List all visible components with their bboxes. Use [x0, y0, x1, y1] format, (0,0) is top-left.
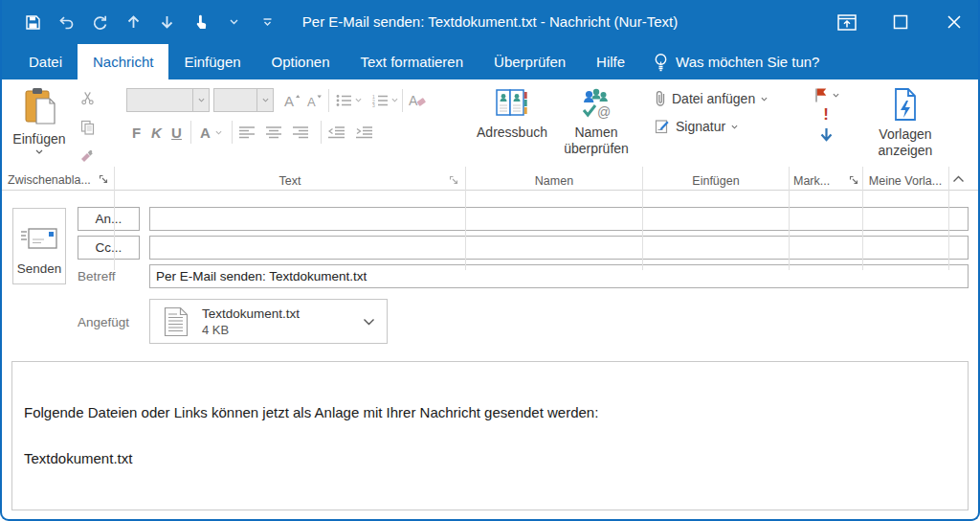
show-templates-label: Vorlagen anzeigen: [867, 126, 944, 159]
svg-text:A: A: [284, 93, 294, 108]
send-envelope-icon: [20, 227, 58, 252]
text-dialog-launcher-icon[interactable]: [448, 174, 460, 187]
tab-text-formatieren[interactable]: Text formatieren: [345, 44, 479, 79]
italic-button: K: [146, 125, 167, 141]
signature-button[interactable]: Signatur: [655, 115, 789, 138]
text-group-label: Text: [115, 174, 465, 188]
high-importance-button[interactable]: !: [823, 106, 829, 124]
cut-icon: [80, 91, 95, 105]
attachment-options-chevron-icon[interactable]: [363, 318, 375, 326]
touch-mode-icon[interactable]: [190, 12, 210, 32]
send-label: Senden: [17, 261, 62, 276]
address-book-icon: [495, 87, 529, 120]
ribbon-tab-bar: Datei Nachricht Einfügen Optionen Text f…: [0, 44, 980, 79]
titlebar: Per E-Mail senden: Textdokument.txt - Na…: [0, 0, 980, 44]
tab-hilfe[interactable]: Hilfe: [581, 44, 640, 79]
include-group-label: Einfügen: [643, 174, 789, 188]
group-templates: Vorlagen anzeigen Meine Vorla...: [863, 79, 947, 191]
check-names-label: Namen überprüfen: [555, 125, 637, 157]
body-line-2: Textdokument.txt: [24, 450, 954, 467]
close-icon[interactable]: [944, 11, 965, 33]
tab-optionen[interactable]: Optionen: [256, 44, 345, 79]
move-up-icon[interactable]: [123, 12, 143, 32]
chevron-down-icon: [731, 125, 738, 129]
group-names: Adressbuch @ Namen überprüfen Namen: [466, 79, 642, 191]
collapse-ribbon-icon[interactable]: [952, 175, 965, 183]
send-button[interactable]: Senden: [12, 208, 66, 284]
body-line-1: Folgende Dateien oder Links können jetzt…: [24, 404, 954, 421]
message-body[interactable]: Folgende Dateien oder Links können jetzt…: [11, 361, 969, 510]
window-title: Per E-Mail senden: Textdokument.txt - Na…: [302, 0, 678, 44]
lightbulb-icon: [654, 53, 668, 72]
font-color-button: A: [195, 125, 215, 141]
chevron-down-icon[interactable]: [224, 12, 243, 32]
low-importance-button[interactable]: [820, 127, 833, 143]
save-icon[interactable]: [23, 12, 42, 32]
clipboard-dialog-launcher-icon[interactable]: [98, 173, 110, 186]
redo-icon[interactable]: [90, 12, 109, 32]
chevron-down-icon: [35, 149, 43, 154]
maximize-icon[interactable]: [890, 11, 911, 33]
outlook-message-window: Per E-Mail senden: Textdokument.txt - Na…: [0, 0, 980, 521]
address-book-label: Adressbuch: [477, 125, 547, 141]
names-group-label: Namen: [466, 174, 642, 188]
cc-field[interactable]: [149, 236, 969, 260]
attachment-filename: Textdokument.txt: [202, 306, 300, 321]
tell-me-label: Was möchten Sie tun?: [676, 54, 819, 70]
chevron-down-icon: [262, 98, 269, 102]
grow-font-icon: A: [280, 89, 302, 111]
tags-dialog-launcher-icon[interactable]: [848, 174, 860, 187]
minimize-icon[interactable]: [836, 11, 858, 33]
tab-ueberpruefen[interactable]: Überprüfen: [479, 44, 581, 79]
tab-datei[interactable]: Datei: [13, 44, 78, 79]
group-tags: ! Mark...: [790, 79, 862, 191]
text-file-icon: [164, 306, 189, 337]
attach-file-button[interactable]: Datei anfügen: [655, 87, 789, 110]
tab-einfuegen[interactable]: Einfügen: [168, 44, 256, 79]
attachment-chip[interactable]: Textdokument.txt 4 KB: [149, 299, 388, 344]
group-text: A A 123 A F: [115, 79, 465, 191]
svg-text:@: @: [597, 104, 611, 120]
chevron-down-icon: [833, 93, 839, 98]
templates-group-label: Meine Vorla...: [863, 174, 947, 188]
quick-access-toolbar: [23, 0, 277, 44]
chevron-down-icon: [761, 97, 768, 102]
clipboard-mini-buttons: [75, 91, 100, 164]
svg-text:3: 3: [372, 102, 375, 107]
ribbon-collapse-area: [949, 79, 978, 191]
subject-label: Betreff: [78, 269, 116, 283]
align-right-icon: [290, 122, 312, 144]
numbered-list-icon: 123: [369, 89, 391, 111]
follow-up-button[interactable]: [813, 87, 839, 103]
svg-text:A: A: [307, 95, 316, 108]
paperclip-icon: [655, 90, 666, 107]
tell-me-search[interactable]: Was möchten Sie tun?: [654, 44, 819, 79]
svg-text:A: A: [409, 93, 418, 108]
attached-label: Angefügt: [78, 315, 129, 329]
font-size-select: [213, 88, 274, 112]
format-painter-icon: [79, 149, 95, 164]
attach-file-label: Datei anfügen: [672, 91, 755, 106]
clear-formatting-icon: A: [407, 89, 429, 111]
flag-icon: [813, 87, 828, 103]
bold-button: F: [126, 125, 146, 141]
shrink-font-icon: A: [302, 89, 324, 111]
customize-quick-access-icon[interactable]: [257, 12, 277, 32]
tab-nachricht[interactable]: Nachricht: [78, 44, 168, 79]
cc-button[interactable]: Cc...: [78, 236, 140, 260]
chevron-down-icon: [391, 98, 398, 102]
clipboard-group-label: Zwischenabla...: [2, 173, 107, 187]
ribbon: Einfügen Zwischenabla...: [2, 79, 978, 191]
signature-icon: [655, 119, 670, 134]
align-left-icon: [236, 122, 258, 144]
move-down-icon[interactable]: [157, 12, 176, 32]
to-button[interactable]: An...: [78, 207, 140, 231]
compose-header: Senden An... Cc... Betreff Angefügt Text…: [2, 191, 978, 361]
subject-field[interactable]: [149, 264, 969, 288]
chevron-down-icon: [355, 98, 362, 102]
paste-clipboard-icon: [22, 87, 56, 127]
undo-icon[interactable]: [56, 12, 76, 32]
attachment-filesize: 4 KB: [202, 323, 300, 337]
to-field[interactable]: [149, 207, 969, 231]
group-include: Datei anfügen Signatur Einfügen: [643, 79, 789, 191]
